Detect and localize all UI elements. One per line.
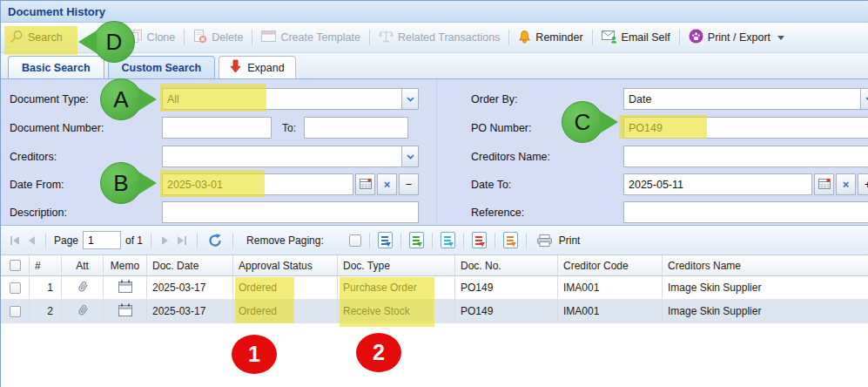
row-approval-status: Ordered bbox=[233, 300, 338, 322]
date-to-calendar-button[interactable] bbox=[814, 173, 834, 195]
row-checkbox[interactable] bbox=[10, 306, 21, 317]
refresh-icon[interactable] bbox=[205, 231, 225, 250]
print-icon[interactable] bbox=[535, 232, 555, 249]
create-template-icon bbox=[261, 31, 276, 44]
row-approval-status: Ordered bbox=[233, 276, 338, 299]
create-template-button: Create Template bbox=[256, 26, 366, 49]
paperclip-icon[interactable] bbox=[73, 278, 91, 297]
export-orange-icon[interactable] bbox=[503, 232, 518, 248]
step-2-marker: 2 bbox=[356, 333, 401, 372]
creditors-combo[interactable] bbox=[162, 146, 419, 167]
po-number-input[interactable] bbox=[623, 117, 868, 139]
row-doc-no: PO149 bbox=[455, 300, 558, 322]
row-creditor-code: IMA001 bbox=[558, 300, 663, 322]
paperclip-icon[interactable] bbox=[73, 302, 91, 321]
toolbar-separator bbox=[508, 30, 509, 45]
callout-c-balloon: C bbox=[562, 101, 603, 143]
export-blue-icon[interactable] bbox=[378, 232, 393, 248]
paging-separator bbox=[432, 233, 433, 248]
delete-button: Delete bbox=[188, 25, 248, 51]
callout-b-balloon: B bbox=[100, 162, 142, 204]
toolbar-separator bbox=[252, 30, 252, 45]
paging-separator bbox=[232, 233, 233, 248]
reference-input[interactable] bbox=[623, 201, 868, 223]
date-to-clear-button[interactable]: × bbox=[836, 173, 856, 195]
email-self-icon bbox=[602, 30, 617, 46]
results-grid: # Att Memo Doc. Date Approval Status Doc… bbox=[1, 255, 868, 323]
memo-icon[interactable] bbox=[118, 280, 132, 295]
chevron-down-icon[interactable] bbox=[401, 89, 418, 109]
date-from-minus-button[interactable]: − bbox=[399, 173, 419, 195]
reminder-bell-icon bbox=[518, 30, 531, 46]
table-row[interactable]: 1 2025-03-17 Ordered Purchase Order PO14… bbox=[1, 276, 868, 300]
column-header-att[interactable]: Att bbox=[62, 255, 104, 275]
date-from-input[interactable] bbox=[162, 173, 353, 195]
clear-x-icon: × bbox=[843, 178, 850, 191]
date-from-calendar-button[interactable] bbox=[355, 173, 375, 195]
row-doc-no: PO149 bbox=[455, 276, 558, 299]
search-tabbar: Basic Search Custom Search Expand bbox=[1, 53, 868, 79]
description-input[interactable] bbox=[162, 201, 419, 223]
column-header-creditors-name[interactable]: Creditors Name bbox=[663, 255, 868, 275]
date-from-clear-button[interactable]: × bbox=[377, 173, 397, 195]
date-to-input[interactable] bbox=[623, 173, 812, 195]
export-green-icon[interactable] bbox=[409, 232, 424, 248]
creditors-name-input[interactable] bbox=[623, 146, 868, 167]
callout-tip bbox=[138, 172, 157, 194]
paging-separator bbox=[369, 233, 370, 248]
delete-icon bbox=[193, 30, 207, 46]
expand-button[interactable]: Expand bbox=[219, 56, 295, 78]
column-header-approval-status[interactable]: Approval Status bbox=[233, 255, 338, 275]
export-cyan-icon[interactable] bbox=[441, 232, 455, 248]
order-by-combo[interactable]: Date bbox=[623, 88, 868, 110]
search-button[interactable]: Search bbox=[4, 25, 68, 51]
page-label: Page bbox=[54, 234, 78, 247]
column-header-doc-date[interactable]: Doc. Date bbox=[147, 255, 233, 275]
page-title: Document History bbox=[8, 5, 105, 18]
row-creditor-code: IMA001 bbox=[558, 276, 663, 299]
print-label[interactable]: Print bbox=[559, 234, 581, 247]
reference-label: Reference: bbox=[471, 207, 623, 219]
form-column-divider bbox=[436, 79, 437, 225]
callout-tip bbox=[600, 111, 618, 133]
row-doc-date: 2025-03-17 bbox=[147, 300, 233, 322]
tab-basic-search[interactable]: Basic Search bbox=[8, 56, 104, 78]
remove-paging-checkbox[interactable] bbox=[349, 234, 361, 247]
paging-separator bbox=[526, 233, 527, 248]
related-transactions-button: Related Transactions bbox=[373, 25, 505, 50]
creditors-value bbox=[163, 146, 401, 166]
row-doc-type: Receive Stock bbox=[338, 300, 455, 322]
minus-icon: − bbox=[406, 178, 413, 191]
column-header-memo[interactable]: Memo bbox=[104, 255, 147, 275]
print-export-caret-icon bbox=[777, 36, 784, 40]
date-to-label: Date To: bbox=[471, 179, 623, 191]
description-label: Description: bbox=[10, 207, 162, 219]
row-checkbox[interactable] bbox=[10, 282, 21, 294]
related-transactions-icon bbox=[379, 30, 394, 45]
column-header-num[interactable]: # bbox=[30, 255, 62, 275]
column-header-doc-type[interactable]: Doc. Type bbox=[338, 255, 455, 275]
memo-icon[interactable] bbox=[118, 303, 132, 319]
column-header-creditor-code[interactable]: Creditor Code bbox=[558, 255, 663, 275]
step-1-marker: 1 bbox=[232, 335, 277, 374]
chevron-down-icon[interactable] bbox=[401, 146, 418, 166]
export-red-icon[interactable] bbox=[472, 232, 487, 248]
select-all-checkbox[interactable] bbox=[10, 260, 21, 271]
email-self-button[interactable]: Email Self bbox=[596, 25, 676, 51]
first-page-icon bbox=[8, 234, 22, 248]
print-export-button[interactable]: Print / Export bbox=[683, 24, 790, 51]
reminder-button[interactable]: Reminder bbox=[513, 25, 588, 51]
date-to-plus-button[interactable]: + bbox=[858, 173, 868, 195]
column-header-doc-no[interactable]: Doc. No. bbox=[455, 255, 558, 275]
page-of-label: of 1 bbox=[125, 234, 143, 247]
page-number-input[interactable] bbox=[83, 231, 121, 249]
calendar-icon bbox=[360, 178, 372, 192]
table-row[interactable]: 2 2025-03-17 Ordered Receive Stock PO149… bbox=[1, 300, 868, 323]
document-type-combo[interactable]: All bbox=[162, 88, 419, 110]
row-doc-type: Purchase Order bbox=[338, 276, 455, 299]
document-number-from-input[interactable] bbox=[162, 117, 272, 139]
row-creditors-name: Image Skin Supplier bbox=[663, 300, 868, 322]
document-number-to-input[interactable] bbox=[304, 117, 408, 139]
chevron-down-icon[interactable] bbox=[860, 89, 868, 109]
toolbar-separator bbox=[592, 30, 593, 45]
